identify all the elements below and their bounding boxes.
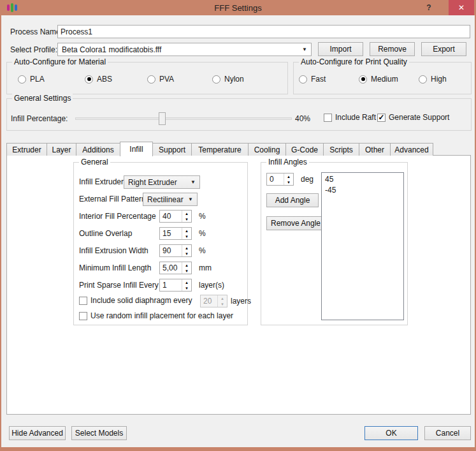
spinner-arrows-icon[interactable]: ▲▼ (284, 174, 293, 185)
external-fill-pattern-select[interactable]: Rectilinear ▼ (143, 193, 198, 206)
include-raft-label: Include Raft (335, 113, 376, 122)
infill-angles-title: Infill Angles (266, 158, 309, 166)
process-name-label: Process Name: (10, 27, 62, 36)
add-angle-button[interactable]: Add Angle (266, 193, 319, 207)
abs-radio-icon[interactable] (85, 75, 93, 84)
min-infill-length-spinner[interactable]: 5,00 ▲▼ (159, 262, 192, 274)
random-placement-label: Use random infill placement for each lay… (90, 311, 233, 320)
infill-percentage-slider[interactable] (75, 112, 292, 125)
outline-overlap-label: Outline Overlap (79, 229, 132, 238)
tab-temperature[interactable]: Temperature (191, 143, 249, 156)
tab-other[interactable]: Other (359, 143, 391, 156)
general-settings-title: General Settings (12, 94, 73, 103)
sparse-infill-label: Print Sparse Infill Every (79, 281, 159, 290)
radio-nylon[interactable]: Nylon (212, 75, 244, 84)
angle-value[interactable]: 0 (267, 174, 284, 185)
external-fill-pattern-value: Rectilinear (147, 195, 184, 204)
profile-select[interactable]: Beta Colora1 modificatobis.fff ▼ (57, 43, 312, 56)
export-button[interactable]: Export (421, 42, 466, 56)
import-button[interactable]: Import (318, 42, 363, 56)
spinner-arrows-icon[interactable]: ▲▼ (182, 228, 191, 239)
angle-spinner[interactable]: 0 ▲▼ (266, 173, 294, 186)
process-name-input[interactable]: Process1 (57, 25, 470, 38)
pva-radio-icon[interactable] (147, 75, 155, 84)
extrusion-width-value[interactable]: 90 (160, 245, 182, 256)
spinner-arrows-icon[interactable]: ▲▼ (182, 211, 191, 222)
outline-overlap-spinner[interactable]: 15 ▲▼ (159, 227, 192, 240)
pla-radio-icon[interactable] (18, 75, 26, 84)
angle-list-item[interactable]: -45 (322, 185, 403, 196)
angle-list-item[interactable]: 45 (322, 174, 403, 185)
ok-button[interactable]: OK (364, 426, 418, 440)
include-raft-checkbox-row[interactable]: Include Raft (324, 113, 376, 122)
radio-pla[interactable]: PLA (18, 75, 45, 84)
interior-fill-spinner[interactable]: 40 ▲▼ (159, 210, 192, 223)
sparse-infill-spinner[interactable]: 1 ▲▼ (159, 279, 192, 292)
slider-handle[interactable] (159, 112, 166, 125)
min-infill-length-label: Minimum Infill Length (79, 263, 151, 272)
spinner-arrows-icon[interactable]: ▲▼ (182, 245, 191, 256)
tab-scripts[interactable]: Scripts (323, 143, 359, 156)
quality-group-title: Auto-Configure for Print Quality (299, 57, 409, 66)
radio-fast[interactable]: Fast (299, 75, 326, 84)
diaphragm-checkbox-row[interactable]: Include solid diaphragm every (79, 296, 192, 305)
interior-fill-unit: % (199, 212, 206, 221)
generate-support-checkbox-row[interactable]: Generate Support (377, 113, 449, 122)
tab-cooling[interactable]: Cooling (248, 143, 286, 156)
generate-support-checkbox[interactable] (377, 114, 386, 122)
generate-support-label: Generate Support (389, 113, 449, 122)
help-button[interactable]: ? (421, 0, 436, 15)
spinner-arrows-icon[interactable]: ▲▼ (182, 262, 191, 274)
random-placement-checkbox-row[interactable]: Use random infill placement for each lay… (79, 311, 233, 320)
outline-overlap-value[interactable]: 15 (160, 228, 182, 239)
diaphragm-checkbox[interactable] (79, 297, 87, 305)
cancel-button[interactable]: Cancel (424, 426, 471, 440)
remove-angle-button[interactable]: Remove Angle (266, 216, 325, 230)
chevron-down-icon: ▼ (302, 47, 307, 52)
fast-radio-icon[interactable] (299, 75, 307, 84)
interior-fill-value[interactable]: 40 (160, 211, 182, 222)
medium-label: Medium (371, 75, 398, 84)
infill-extruder-value: Right Extruder (128, 178, 177, 187)
sparse-infill-value[interactable]: 1 (160, 279, 182, 291)
infill-extruder-label: Infill Extruder (79, 177, 124, 186)
random-placement-checkbox[interactable] (79, 312, 87, 320)
tab-support[interactable]: Support (152, 143, 192, 156)
tab-advanced[interactable]: Advanced (390, 143, 433, 156)
include-raft-checkbox[interactable] (324, 114, 332, 122)
slider-track[interactable] (75, 117, 292, 120)
diaphragm-label: Include solid diaphragm every (90, 296, 192, 305)
radio-high[interactable]: High (419, 75, 447, 84)
tab-extruder[interactable]: Extruder (6, 143, 47, 156)
extrusion-width-label: Infill Extrusion Width (79, 246, 148, 255)
title-bar: FFF Settings ? ✕ (1, 0, 475, 15)
chevron-down-icon: ▼ (191, 179, 196, 185)
radio-abs[interactable]: ABS (85, 75, 112, 84)
extrusion-width-spinner[interactable]: 90 ▲▼ (159, 244, 192, 257)
min-infill-length-value[interactable]: 5,00 (160, 262, 182, 274)
extrusion-width-unit: % (199, 246, 206, 255)
tab-additions[interactable]: Additions (76, 143, 120, 156)
abs-label: ABS (97, 75, 112, 84)
pva-label: PVA (159, 75, 174, 84)
hide-advanced-button[interactable]: Hide Advanced (9, 426, 66, 440)
infill-extruder-select[interactable]: Right Extruder ▼ (124, 175, 200, 189)
tab-infill[interactable]: Infill (120, 142, 153, 156)
angle-listbox[interactable]: 45 -45 (321, 172, 404, 320)
select-profile-label: Select Profile: (10, 45, 57, 54)
radio-medium[interactable]: Medium (359, 75, 398, 84)
infill-angles-groupbox: Infill Angles 0 ▲▼ deg Add Angle Remove … (261, 162, 408, 325)
close-button[interactable]: ✕ (449, 0, 474, 15)
radio-pva[interactable]: PVA (147, 75, 174, 84)
medium-radio-icon[interactable] (359, 75, 367, 84)
profile-select-value: Beta Colora1 modificatobis.fff (62, 45, 161, 54)
infill-percentage-value: 40% (295, 114, 310, 123)
high-radio-icon[interactable] (419, 75, 427, 84)
tab-gcode[interactable]: G-Code (285, 143, 324, 156)
spinner-arrows-icon[interactable]: ▲▼ (182, 279, 191, 291)
select-models-button[interactable]: Select Models (71, 426, 127, 440)
tab-layer[interactable]: Layer (47, 143, 76, 156)
nylon-radio-icon[interactable] (212, 75, 220, 84)
remove-button[interactable]: Remove (370, 42, 415, 56)
fast-label: Fast (311, 75, 326, 84)
